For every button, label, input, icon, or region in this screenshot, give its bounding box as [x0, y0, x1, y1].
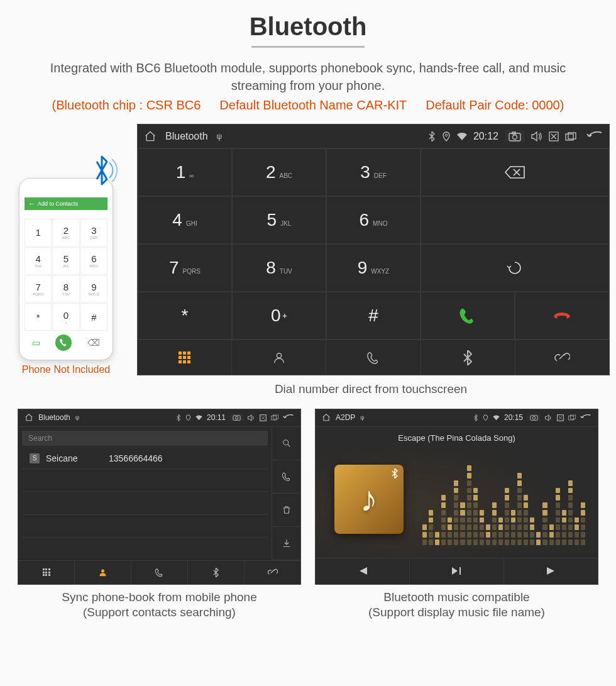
side-search-button[interactable] [272, 427, 300, 460]
tab-bluetooth[interactable] [421, 340, 515, 375]
car-dialer-screen: Bluetooth ψ 20:12 [137, 124, 610, 375]
car-contacts-screen: Bluetooth ψ 20:11 Search [18, 409, 301, 585]
svg-point-16 [532, 417, 535, 419]
dial-key-#[interactable]: # [326, 292, 421, 340]
camera-icon[interactable] [505, 130, 525, 143]
phone-key: 8TUV [52, 275, 79, 303]
phone-bottom-bar: ▭ ⌫ [25, 331, 107, 351]
location-icon [483, 414, 488, 421]
volume-icon[interactable] [531, 131, 542, 141]
home-icon[interactable] [322, 413, 331, 422]
phone-header-title: Add to Contacts [38, 201, 78, 207]
recent-apps-icon[interactable] [271, 414, 278, 421]
svg-point-9 [235, 417, 238, 419]
dialpad-icon [43, 568, 50, 576]
side-download-button[interactable] [272, 527, 300, 560]
next-track-button[interactable] [504, 558, 598, 584]
dial-key-6[interactable]: 6MNO [326, 196, 421, 244]
phone-caption: Phone Not Included [6, 364, 126, 375]
status-title: Bluetooth [165, 131, 208, 142]
svg-rect-1 [509, 133, 520, 141]
bottom-tab-bar [138, 340, 609, 375]
svg-point-14 [101, 569, 104, 572]
dialpad-icon [179, 351, 190, 363]
tab-call-log[interactable] [131, 561, 188, 584]
side-call-button[interactable] [272, 460, 300, 494]
dial-pad: 1∞2ABC3DEF4GHI5JKL6MNO7PQRS8TUV9WXYZ*0+# [138, 148, 609, 340]
contact-name: Seicane [46, 453, 102, 463]
prev-track-button[interactable] [316, 558, 410, 584]
title-divider [251, 46, 365, 48]
tab-pair[interactable] [245, 561, 300, 584]
visualizer [422, 458, 585, 545]
side-delete-button[interactable] [272, 494, 300, 527]
dial-key-8[interactable]: 8TUV [232, 244, 326, 292]
status-bar: Bluetooth ψ 20:11 [18, 409, 300, 427]
tab-contacts[interactable] [232, 340, 326, 375]
status-title: Bluetooth [38, 413, 70, 422]
tab-call-log[interactable] [326, 340, 421, 375]
hangup-button[interactable] [515, 292, 609, 340]
back-icon[interactable] [586, 131, 603, 141]
close-icon[interactable] [557, 414, 564, 421]
call-button[interactable] [421, 292, 515, 340]
phone-key: 3DEF [80, 219, 107, 246]
tab-bluetooth[interactable] [188, 561, 245, 584]
dial-key-0[interactable]: 0+ [232, 292, 326, 340]
back-arrow-icon: ← [28, 200, 35, 207]
music-controls [316, 558, 598, 584]
dial-key-*[interactable]: * [138, 292, 232, 340]
back-icon[interactable] [283, 414, 294, 421]
svg-point-7 [277, 353, 281, 357]
hangup-icon [552, 308, 572, 323]
bluetooth-badge-icon [391, 468, 399, 479]
status-title: A2DP [336, 413, 355, 422]
dial-key-7[interactable]: 7PQRS [138, 244, 232, 292]
tab-pair[interactable] [515, 340, 609, 375]
camera-icon[interactable] [527, 414, 541, 421]
dial-empty [421, 196, 609, 244]
play-pause-button[interactable] [410, 558, 504, 584]
camera-icon[interactable] [230, 414, 243, 421]
dial-key-9[interactable]: 9WXYZ [326, 244, 421, 292]
volume-icon[interactable] [248, 414, 255, 421]
contact-row[interactable]: S Seicane 13566664466 [22, 448, 268, 469]
spec-name: Default Bluetooth Name CAR-KIT [219, 98, 407, 113]
back-icon[interactable] [580, 414, 591, 421]
redial-button[interactable] [421, 244, 609, 292]
home-icon[interactable] [144, 130, 157, 143]
volume-icon[interactable] [545, 414, 553, 421]
home-icon[interactable] [25, 413, 33, 422]
close-icon[interactable] [549, 131, 559, 141]
dial-key-5[interactable]: 5JKL [232, 196, 326, 244]
recent-apps-icon[interactable] [565, 132, 576, 141]
status-bar: A2DP ψ 20:15 [316, 409, 598, 427]
contacts-icon [272, 351, 286, 365]
link-icon [554, 351, 570, 365]
tab-contacts[interactable] [75, 561, 131, 584]
redial-icon [506, 260, 524, 275]
tab-dialpad[interactable] [138, 340, 232, 375]
usb-icon: ψ [360, 414, 364, 421]
phone-key: 6MNO [80, 247, 107, 275]
backspace-button[interactable] [421, 148, 609, 196]
dial-key-2[interactable]: 2ABC [232, 148, 326, 196]
usb-icon: ψ [217, 132, 223, 141]
recent-apps-icon[interactable] [568, 414, 576, 421]
spec-line: (Bluetooth chip : CSR BC6 Default Blueto… [6, 98, 610, 113]
dial-key-1[interactable]: 1∞ [138, 148, 232, 196]
tab-dialpad[interactable] [18, 561, 75, 584]
backspace-icon: ⌫ [87, 338, 100, 348]
phone-key: 0+ [52, 303, 79, 331]
svg-point-0 [445, 134, 448, 136]
music-body: Escape (The Pina Colada Song) ♪ [316, 427, 598, 558]
intro-text: Integrated with BC6 Bluetooth module, su… [6, 59, 610, 94]
phone-key: 1 [25, 219, 52, 246]
svg-point-2 [513, 135, 517, 139]
status-bar: Bluetooth ψ 20:12 [138, 124, 609, 148]
dial-key-3[interactable]: 3DEF [326, 148, 421, 196]
search-input[interactable]: Search [22, 431, 268, 446]
wifi-icon [457, 132, 467, 141]
close-icon[interactable] [260, 414, 267, 421]
dial-key-4[interactable]: 4GHI [138, 196, 232, 244]
